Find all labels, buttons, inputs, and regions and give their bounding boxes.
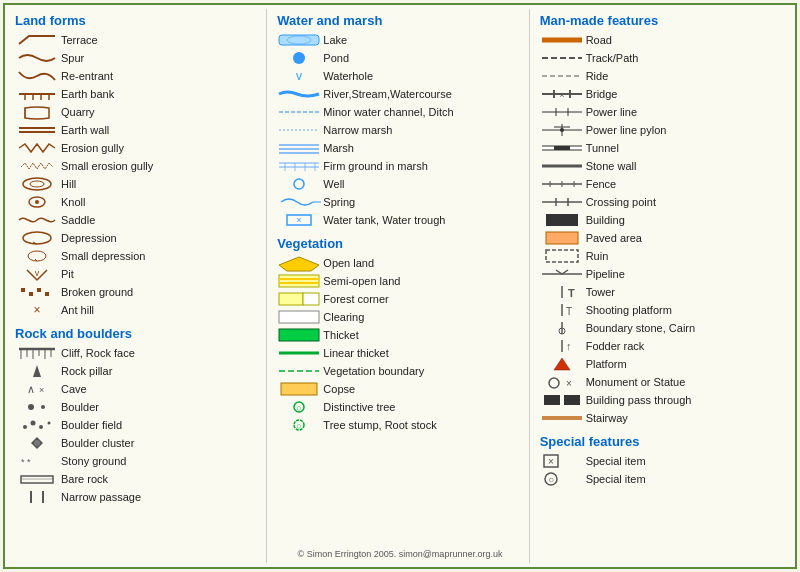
- list-item: Platform: [540, 356, 785, 372]
- svg-text:×: ×: [297, 215, 302, 225]
- list-item: T Shooting platform: [540, 302, 785, 318]
- list-item: Paved area: [540, 230, 785, 246]
- stony-icon: * *: [15, 453, 59, 469]
- terrace-icon: [15, 32, 59, 48]
- list-item: Rock pillar: [15, 363, 260, 379]
- forestcorner-icon: [277, 291, 321, 307]
- list-item: Building pass through: [540, 392, 785, 408]
- list-item: Boundary stone, Cairn: [540, 320, 785, 336]
- svg-marker-64: [279, 257, 319, 271]
- list-item: Open land: [277, 255, 522, 271]
- list-item: Clearing: [277, 309, 522, 325]
- broken-icon: [15, 284, 59, 300]
- list-item: Quarry: [15, 104, 260, 120]
- section-title-special: Special features: [540, 434, 785, 449]
- svg-marker-29: [33, 365, 41, 377]
- anthill-icon: ×: [15, 302, 59, 318]
- svg-text:∧: ∧: [27, 383, 35, 395]
- semiopenland-icon: [277, 273, 321, 289]
- building-icon: [540, 212, 584, 228]
- pit-icon: v: [15, 266, 59, 282]
- svg-rect-70: [279, 311, 319, 323]
- waterhole-icon: v: [277, 68, 321, 84]
- tower-icon: T: [540, 284, 584, 300]
- smallerosion-icon: [15, 158, 59, 174]
- buildingpass-icon: [540, 392, 584, 408]
- svg-rect-41: [21, 476, 53, 483]
- saddle-icon: [15, 212, 59, 228]
- pylon-icon: [540, 122, 584, 138]
- cave-icon: ∧ ×: [15, 381, 59, 397]
- svg-rect-69: [303, 293, 319, 305]
- list-item: Depression: [15, 230, 260, 246]
- svg-rect-65: [279, 275, 319, 287]
- svg-point-46: [287, 36, 311, 44]
- list-item: Crossing point: [540, 194, 785, 210]
- list-item: Ruin: [540, 248, 785, 264]
- bridge-icon: ×: [540, 86, 584, 102]
- svg-point-36: [39, 425, 43, 429]
- svg-rect-106: [546, 250, 578, 262]
- list-item: ○ Special item: [540, 471, 785, 487]
- specialx-icon: ×: [540, 453, 584, 469]
- list-item: × Water tank, Water trough: [277, 212, 522, 228]
- fence-icon: [540, 176, 584, 192]
- monument-icon: ×: [540, 374, 584, 390]
- column-3: Man-made features Road Track/Path: [534, 9, 791, 563]
- narrowmarsh-icon: [277, 122, 321, 138]
- bouldercluster-icon: [15, 435, 59, 451]
- svg-point-60: [294, 179, 304, 189]
- well-icon: [277, 176, 321, 192]
- list-item: Broken ground: [15, 284, 260, 300]
- svg-point-8: [23, 178, 51, 190]
- treestump-icon: ○: [277, 417, 321, 433]
- svg-rect-18: [29, 292, 33, 296]
- svg-point-39: [34, 440, 40, 446]
- list-item: Boulder field: [15, 417, 260, 433]
- list-item: v Waterhole: [277, 68, 522, 84]
- list-item: Vegetation boundary: [277, 363, 522, 379]
- watertank-icon: ×: [277, 212, 321, 228]
- svg-rect-104: [546, 214, 578, 226]
- svg-rect-105: [546, 232, 578, 244]
- firmmarsh-icon: [277, 158, 321, 174]
- list-item: River,Stream,Watercourse: [277, 86, 522, 102]
- list-item: Firm ground in marsh: [277, 158, 522, 174]
- spur-icon: [15, 50, 59, 66]
- svg-text:○: ○: [548, 474, 554, 485]
- specialo-icon: ○: [540, 471, 584, 487]
- list-item: Bare rock: [15, 471, 260, 487]
- ride-icon: [540, 68, 584, 84]
- list-item: Well: [277, 176, 522, 192]
- hill-icon: [15, 176, 59, 192]
- list-item: Spring: [277, 194, 522, 210]
- svg-text:T: T: [566, 306, 572, 317]
- svg-text:×: ×: [559, 90, 564, 100]
- list-item: Lake: [277, 32, 522, 48]
- svg-point-33: [41, 405, 45, 409]
- earthbank-icon: [15, 86, 59, 102]
- list-item: Forest corner: [277, 291, 522, 307]
- svg-point-32: [28, 404, 34, 410]
- stairway-icon: [540, 410, 584, 426]
- copse-icon: [277, 381, 321, 397]
- list-item: Saddle: [15, 212, 260, 228]
- narrowpassage-icon: [15, 489, 59, 505]
- list-item: Marsh: [277, 140, 522, 156]
- list-item: Ride: [540, 68, 785, 84]
- list-item: T Tower: [540, 284, 785, 300]
- marsh-icon: [277, 140, 321, 156]
- platform-icon: [540, 356, 584, 372]
- svg-point-14: [28, 251, 46, 261]
- list-item: Power line pylon: [540, 122, 785, 138]
- list-item: Hill: [15, 176, 260, 192]
- pipeline-icon: [540, 266, 584, 282]
- list-item: × Special item: [540, 453, 785, 469]
- barerock-icon: [15, 471, 59, 487]
- column-1: Land forms Terrace Spur Re-entrant: [9, 9, 267, 563]
- lake-icon: [277, 32, 321, 48]
- svg-text:* *: * *: [21, 457, 31, 467]
- list-item: Building: [540, 212, 785, 228]
- list-item: Knoll: [15, 194, 260, 210]
- river-icon: [277, 86, 321, 102]
